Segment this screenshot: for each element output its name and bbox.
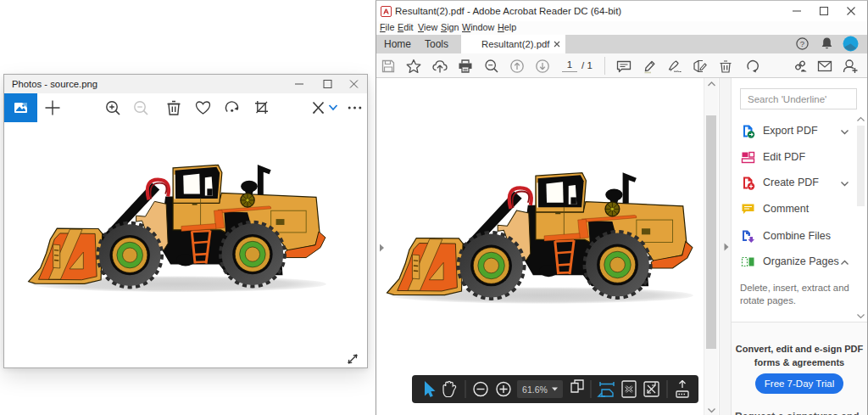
svg-text:61.6%: 61.6%: [522, 384, 548, 395]
svg-text:?: ?: [800, 39, 804, 48]
